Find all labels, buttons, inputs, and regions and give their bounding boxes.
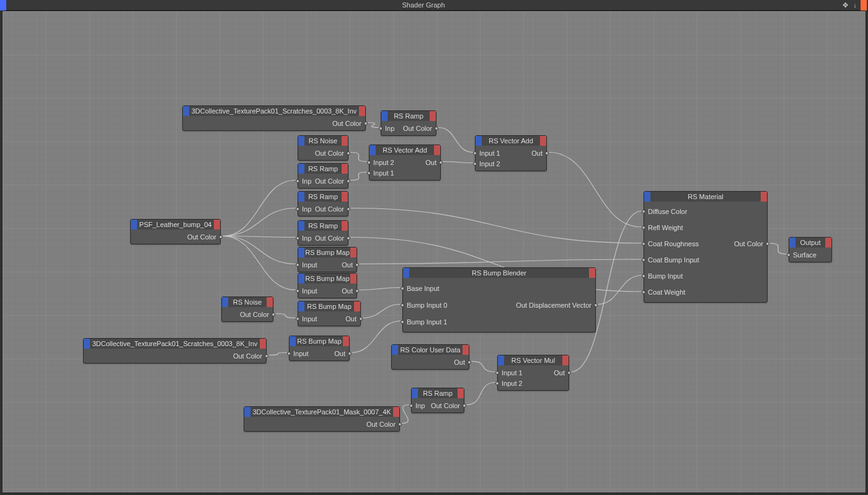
port-row: Out Color [87, 350, 262, 361]
input-port[interactable] [296, 179, 299, 183]
node-n_vadd1[interactable]: RS Vector AddInput 2OutInput 1 [369, 145, 441, 181]
node-n_ramp4[interactable]: RS RampInpOut Color [298, 220, 348, 246]
output-port[interactable] [364, 122, 368, 125]
output-port[interactable] [347, 151, 350, 155]
output-port[interactable] [347, 207, 350, 211]
input-port[interactable] [296, 263, 299, 267]
node-out-swatch [354, 301, 360, 311]
node-n_vmul[interactable]: RS Vector MulInput 1OutInput 2 [497, 355, 569, 391]
input-port[interactable] [379, 127, 383, 130]
output-port[interactable] [467, 360, 471, 364]
node-n_ramp1[interactable]: RS RampInpOut Color [381, 110, 436, 136]
node-n_noise1[interactable]: RS NoiseOut Color [298, 135, 348, 161]
node-title-label: RS Vector Mul [504, 355, 562, 365]
input-port[interactable] [642, 226, 645, 230]
output-port[interactable] [347, 179, 350, 183]
port-row: Bump Input [648, 268, 763, 284]
port-row: Bump Input 1 [407, 313, 591, 330]
input-port[interactable] [495, 371, 499, 375]
input-port[interactable] [296, 317, 299, 321]
input-port[interactable] [367, 171, 371, 175]
node-out-swatch [350, 248, 356, 257]
output-port[interactable] [398, 422, 402, 426]
node-in-swatch [370, 145, 376, 155]
move-icon[interactable]: ✥ [841, 1, 849, 9]
node-out-swatch [393, 407, 399, 417]
node-title-label: RS Bump Map [296, 336, 343, 346]
node-n_blender[interactable]: RS Bump BlenderBase InputBump Input 0Out… [402, 267, 596, 332]
output-port[interactable] [219, 235, 223, 239]
input-port[interactable] [401, 287, 404, 290]
input-port[interactable] [296, 289, 299, 293]
node-in-swatch [222, 297, 228, 307]
output-port[interactable] [265, 354, 268, 358]
input-port[interactable] [287, 352, 291, 355]
output-port[interactable] [359, 317, 363, 321]
input-port[interactable] [401, 320, 404, 324]
input-port[interactable] [473, 162, 477, 166]
node-title-label: RS Vector Add [376, 145, 434, 155]
output-port[interactable] [355, 289, 359, 293]
node-n_tex3[interactable]: 3DCollective_TexturePack01_Mask_0007_4KO… [244, 406, 400, 432]
down-icon[interactable]: ↓ [851, 1, 859, 9]
input-port[interactable] [642, 210, 645, 213]
node-in-swatch [290, 336, 296, 346]
node-n_mat[interactable]: RS MaterialDiffuse ColorRefl WeightCoat … [644, 191, 768, 303]
port-row: InpOut Color [302, 203, 344, 214]
input-port[interactable] [642, 274, 645, 278]
input-label: Input 2 [479, 160, 500, 167]
node-in-swatch [131, 220, 137, 230]
output-port[interactable] [545, 151, 549, 155]
output-port[interactable] [463, 404, 466, 408]
node-n_ramp2[interactable]: RS RampInpOut Color [298, 163, 348, 189]
input-label: Input [302, 261, 317, 269]
output-port[interactable] [348, 352, 352, 355]
node-n_ramp3[interactable]: RS RampInpOut Color [298, 191, 348, 216]
port-row: Input 1Out [479, 148, 542, 158]
node-n_leather[interactable]: PSF_Leather_bump_04Out Color [130, 219, 221, 244]
node-out-swatch [463, 345, 469, 355]
input-port[interactable] [495, 381, 499, 385]
input-port[interactable] [787, 253, 790, 257]
output-port[interactable] [766, 242, 769, 246]
input-port[interactable] [409, 404, 413, 408]
node-n_bump3[interactable]: RS Bump MapInputOut [298, 301, 361, 326]
input-label: Surface [793, 251, 817, 259]
node-n_output[interactable]: OutputSurface [789, 237, 832, 262]
output-port[interactable] [594, 303, 598, 307]
output-port[interactable] [567, 371, 571, 375]
node-n_ramp5[interactable]: RS RampInpOut Color [411, 388, 464, 413]
shader-graph-canvas[interactable]: 3DCollective_TexturePack01_Scratches_000… [2, 11, 866, 493]
node-n_noise2[interactable]: RS NoiseOut Color [221, 297, 273, 322]
port-row: InputOut [302, 259, 353, 270]
close-icon[interactable] [861, 0, 867, 11]
output-port[interactable] [272, 313, 275, 316]
node-title-label: 3DCollective_TexturePack01_Mask_0007_4K [250, 407, 393, 417]
output-port[interactable] [355, 263, 359, 267]
node-n_userdata[interactable]: RS Color User DataOut [391, 344, 469, 370]
input-port[interactable] [642, 242, 645, 246]
input-port[interactable] [296, 236, 299, 240]
input-port[interactable] [367, 161, 371, 164]
node-n_tex2[interactable]: 3DCollective_TexturePack01_Scratches_000… [83, 338, 267, 363]
input-port[interactable] [473, 151, 477, 155]
node-in-swatch [298, 301, 304, 311]
node-in-swatch [403, 268, 409, 278]
input-port[interactable] [642, 290, 645, 294]
node-n_bump1[interactable]: RS Bump MapInputOut [298, 247, 357, 272]
node-n_vadd2[interactable]: RS Vector AddInput 1OutInput 2 [475, 135, 547, 171]
output-port[interactable] [439, 161, 443, 164]
output-label: Out Color [187, 233, 216, 241]
input-port[interactable] [296, 207, 299, 211]
node-n_bump4[interactable]: RS Bump MapInputOut [289, 336, 350, 361]
node-n_tex1[interactable]: 3DCollective_TexturePack01_Scratches_000… [182, 105, 366, 131]
output-port[interactable] [347, 236, 350, 240]
input-port[interactable] [401, 303, 404, 307]
node-title-label: RS Material [650, 192, 761, 202]
output-port[interactable] [435, 127, 438, 130]
input-label: Inp [302, 205, 311, 213]
node-n_bump2[interactable]: RS Bump MapInputOut [298, 273, 357, 298]
input-port[interactable] [642, 258, 645, 262]
node-title-label: Output [795, 238, 825, 248]
node-in-swatch [476, 136, 482, 146]
